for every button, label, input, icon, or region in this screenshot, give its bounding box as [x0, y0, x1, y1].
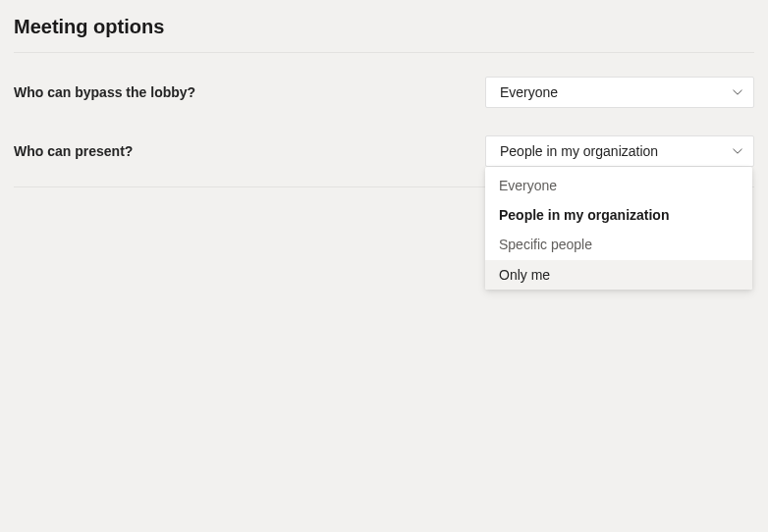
chevron-down-icon — [732, 145, 743, 157]
select-present-value: People in my organization — [500, 143, 732, 159]
select-present[interactable]: People in my organization — [485, 135, 754, 167]
chevron-down-icon — [732, 86, 743, 98]
select-lobby[interactable]: Everyone — [485, 77, 754, 108]
select-present-option[interactable]: Specific people — [485, 230, 752, 259]
select-lobby-value: Everyone — [500, 84, 732, 100]
option-label-present: Who can present? — [14, 143, 485, 159]
select-present-menu: Everyone People in my organization Speci… — [485, 167, 752, 290]
divider — [14, 52, 754, 53]
page-title: Meeting options — [14, 16, 754, 38]
select-present-option[interactable]: Only me — [485, 260, 752, 290]
select-present-option[interactable]: Everyone — [485, 171, 752, 200]
option-label-lobby: Who can bypass the lobby? — [14, 84, 485, 100]
option-row-lobby: Who can bypass the lobby? Everyone — [14, 77, 754, 108]
option-row-present: Who can present? People in my organizati… — [14, 135, 754, 167]
select-present-option[interactable]: People in my organization — [485, 200, 752, 230]
